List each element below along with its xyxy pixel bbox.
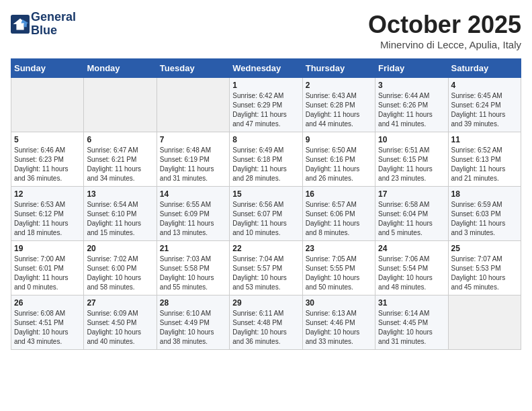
day-number: 6: [87, 135, 153, 144]
day-number: 5: [14, 135, 81, 144]
day-info: Sunrise: 7:00 AM Sunset: 6:01 PM Dayligh…: [14, 255, 81, 292]
day-number: 11: [451, 135, 518, 144]
day-number: 13: [87, 189, 153, 199]
day-info: Sunrise: 6:50 AM Sunset: 6:16 PM Dayligh…: [306, 146, 372, 183]
day-number: 19: [14, 244, 81, 253]
weekday-header: Tuesday: [157, 59, 229, 78]
day-number: 24: [378, 244, 445, 253]
day-number: 14: [160, 189, 226, 199]
logo-icon: [11, 15, 30, 34]
day-info: Sunrise: 6:57 AM Sunset: 6:06 PM Dayligh…: [306, 200, 372, 238]
calendar-cell: 3Sunrise: 6:44 AM Sunset: 6:26 PM Daylig…: [375, 78, 448, 132]
day-info: Sunrise: 6:45 AM Sunset: 6:24 PM Dayligh…: [451, 91, 518, 129]
day-info: Sunrise: 6:59 AM Sunset: 6:03 PM Dayligh…: [451, 200, 518, 238]
day-number: 10: [378, 135, 445, 144]
day-info: Sunrise: 7:04 AM Sunset: 5:57 PM Dayligh…: [232, 255, 299, 292]
day-number: 20: [87, 244, 153, 253]
calendar-cell: 24Sunrise: 7:06 AM Sunset: 5:54 PM Dayli…: [375, 241, 448, 295]
calendar-cell: 15Sunrise: 6:56 AM Sunset: 6:07 PM Dayli…: [230, 187, 302, 241]
calendar-table: SundayMondayTuesdayWednesdayThursdayFrid…: [11, 58, 521, 350]
day-info: Sunrise: 6:43 AM Sunset: 6:28 PM Dayligh…: [306, 91, 372, 129]
weekday-header: Thursday: [302, 59, 375, 78]
day-info: Sunrise: 6:46 AM Sunset: 6:23 PM Dayligh…: [14, 146, 81, 183]
calendar-cell: 21Sunrise: 7:03 AM Sunset: 5:58 PM Dayli…: [157, 241, 229, 295]
day-info: Sunrise: 6:44 AM Sunset: 6:26 PM Dayligh…: [378, 91, 445, 129]
calendar-cell: 20Sunrise: 7:02 AM Sunset: 6:00 PM Dayli…: [84, 241, 157, 295]
day-number: 27: [87, 298, 153, 308]
calendar-cell: 8Sunrise: 6:49 AM Sunset: 6:18 PM Daylig…: [230, 132, 302, 187]
day-number: 21: [160, 244, 226, 253]
weekday-header: Friday: [375, 59, 448, 78]
day-info: Sunrise: 6:13 AM Sunset: 4:46 PM Dayligh…: [306, 309, 372, 347]
day-info: Sunrise: 6:08 AM Sunset: 4:51 PM Dayligh…: [14, 309, 81, 347]
day-info: Sunrise: 6:09 AM Sunset: 4:50 PM Dayligh…: [87, 309, 153, 347]
logo: General Blue: [11, 11, 76, 38]
day-number: 4: [451, 81, 518, 90]
day-info: Sunrise: 6:42 AM Sunset: 6:29 PM Dayligh…: [232, 91, 299, 129]
calendar-cell: 10Sunrise: 6:51 AM Sunset: 6:15 PM Dayli…: [375, 132, 448, 187]
day-info: Sunrise: 7:03 AM Sunset: 5:58 PM Dayligh…: [160, 255, 226, 292]
calendar-week-row: 1Sunrise: 6:42 AM Sunset: 6:29 PM Daylig…: [11, 78, 521, 132]
day-number: 2: [306, 81, 372, 90]
day-info: Sunrise: 6:56 AM Sunset: 6:07 PM Dayligh…: [232, 200, 299, 238]
calendar-cell: 12Sunrise: 6:53 AM Sunset: 6:12 PM Dayli…: [11, 187, 84, 241]
calendar-cell: 27Sunrise: 6:09 AM Sunset: 4:50 PM Dayli…: [84, 295, 157, 350]
day-number: 12: [14, 189, 81, 199]
day-info: Sunrise: 6:14 AM Sunset: 4:45 PM Dayligh…: [378, 309, 445, 347]
calendar-cell: [11, 78, 84, 132]
day-number: 30: [306, 298, 372, 308]
day-number: 29: [232, 298, 299, 308]
calendar-week-row: 5Sunrise: 6:46 AM Sunset: 6:23 PM Daylig…: [11, 132, 521, 187]
calendar-cell: 6Sunrise: 6:47 AM Sunset: 6:21 PM Daylig…: [84, 132, 157, 187]
day-number: 9: [306, 135, 372, 144]
day-info: Sunrise: 6:52 AM Sunset: 6:13 PM Dayligh…: [451, 146, 518, 183]
logo-text: General Blue: [31, 11, 76, 38]
month-title: October 2025: [368, 11, 521, 39]
day-number: 22: [232, 244, 299, 253]
calendar-cell: 18Sunrise: 6:59 AM Sunset: 6:03 PM Dayli…: [448, 187, 521, 241]
calendar-cell: 4Sunrise: 6:45 AM Sunset: 6:24 PM Daylig…: [448, 78, 521, 132]
day-number: 28: [160, 298, 226, 308]
calendar-cell: 5Sunrise: 6:46 AM Sunset: 6:23 PM Daylig…: [11, 132, 84, 187]
calendar-cell: 14Sunrise: 6:55 AM Sunset: 6:09 PM Dayli…: [157, 187, 229, 241]
day-info: Sunrise: 6:55 AM Sunset: 6:09 PM Dayligh…: [160, 200, 226, 238]
day-info: Sunrise: 7:02 AM Sunset: 6:00 PM Dayligh…: [87, 255, 153, 292]
calendar-cell: 19Sunrise: 7:00 AM Sunset: 6:01 PM Dayli…: [11, 241, 84, 295]
calendar-cell: 26Sunrise: 6:08 AM Sunset: 4:51 PM Dayli…: [11, 295, 84, 350]
day-info: Sunrise: 6:58 AM Sunset: 6:04 PM Dayligh…: [378, 200, 445, 238]
day-number: 18: [451, 189, 518, 199]
weekday-header: Sunday: [11, 59, 84, 78]
day-info: Sunrise: 6:49 AM Sunset: 6:18 PM Dayligh…: [232, 146, 299, 183]
weekday-header: Wednesday: [230, 59, 302, 78]
day-info: Sunrise: 6:54 AM Sunset: 6:10 PM Dayligh…: [87, 200, 153, 238]
calendar-cell: 16Sunrise: 6:57 AM Sunset: 6:06 PM Dayli…: [302, 187, 375, 241]
calendar-cell: 2Sunrise: 6:43 AM Sunset: 6:28 PM Daylig…: [302, 78, 375, 132]
day-info: Sunrise: 6:53 AM Sunset: 6:12 PM Dayligh…: [14, 200, 81, 238]
day-info: Sunrise: 6:11 AM Sunset: 4:48 PM Dayligh…: [232, 309, 299, 347]
day-number: 26: [14, 298, 81, 308]
calendar-cell: 23Sunrise: 7:05 AM Sunset: 5:55 PM Dayli…: [302, 241, 375, 295]
calendar-cell: 25Sunrise: 7:07 AM Sunset: 5:53 PM Dayli…: [448, 241, 521, 295]
day-number: 3: [378, 81, 445, 90]
calendar-week-row: 26Sunrise: 6:08 AM Sunset: 4:51 PM Dayli…: [11, 295, 521, 350]
calendar-week-row: 12Sunrise: 6:53 AM Sunset: 6:12 PM Dayli…: [11, 187, 521, 241]
day-info: Sunrise: 7:07 AM Sunset: 5:53 PM Dayligh…: [451, 255, 518, 292]
page-header: General Blue October 2025 Minervino di L…: [11, 11, 521, 50]
calendar-cell: 30Sunrise: 6:13 AM Sunset: 4:46 PM Dayli…: [302, 295, 375, 350]
day-number: 16: [306, 189, 372, 199]
calendar-cell: 11Sunrise: 6:52 AM Sunset: 6:13 PM Dayli…: [448, 132, 521, 187]
weekday-header: Saturday: [448, 59, 521, 78]
day-number: 31: [378, 298, 445, 308]
calendar-week-row: 19Sunrise: 7:00 AM Sunset: 6:01 PM Dayli…: [11, 241, 521, 295]
calendar-cell: 7Sunrise: 6:48 AM Sunset: 6:19 PM Daylig…: [157, 132, 229, 187]
day-number: 1: [232, 81, 299, 90]
calendar-cell: 1Sunrise: 6:42 AM Sunset: 6:29 PM Daylig…: [230, 78, 302, 132]
calendar-cell: 13Sunrise: 6:54 AM Sunset: 6:10 PM Dayli…: [84, 187, 157, 241]
calendar-cell: 29Sunrise: 6:11 AM Sunset: 4:48 PM Dayli…: [230, 295, 302, 350]
weekday-header: Monday: [84, 59, 157, 78]
calendar-header-row: SundayMondayTuesdayWednesdayThursdayFrid…: [11, 59, 521, 78]
day-info: Sunrise: 7:05 AM Sunset: 5:55 PM Dayligh…: [306, 255, 372, 292]
calendar-cell: 28Sunrise: 6:10 AM Sunset: 4:49 PM Dayli…: [157, 295, 229, 350]
calendar-cell: 17Sunrise: 6:58 AM Sunset: 6:04 PM Dayli…: [375, 187, 448, 241]
day-info: Sunrise: 6:48 AM Sunset: 6:19 PM Dayligh…: [160, 146, 226, 183]
